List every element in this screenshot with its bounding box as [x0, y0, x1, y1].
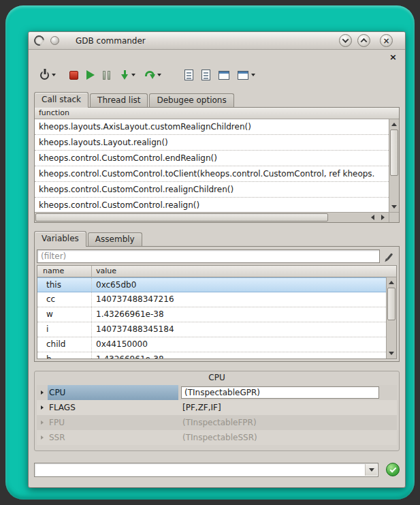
arrow-up-icon: [389, 281, 394, 284]
variable-row[interactable]: this 0xc65db0: [37, 277, 386, 292]
variable-name: i: [37, 322, 92, 337]
send-command-button[interactable]: [386, 463, 400, 476]
scroll-up-button[interactable]: [387, 278, 396, 287]
variable-row[interactable]: b 1.43266961e-38: [37, 352, 386, 358]
cpu-row-cpu[interactable]: CPU: [37, 385, 397, 400]
cpu-row-name: CPU: [48, 385, 178, 400]
expand-arrow-icon[interactable]: [37, 420, 48, 425]
call-stack-hscrollbar[interactable]: [35, 212, 389, 222]
step-over-button[interactable]: [143, 66, 163, 84]
call-stack-column-header[interactable]: function: [35, 108, 399, 119]
filter-row: [37, 249, 397, 264]
arrow-right-icon: [381, 215, 385, 220]
combo-dropdown-button[interactable]: [365, 464, 377, 476]
scroll-down-button[interactable]: [387, 349, 396, 358]
cpu-row-fpu[interactable]: FPU (TInspectableFPR): [37, 415, 397, 430]
column-header-value[interactable]: value: [92, 266, 396, 277]
call-stack-row[interactable]: kheops.layouts.AxisLayout.customRealignC…: [35, 119, 389, 135]
view-list-button[interactable]: [199, 66, 212, 84]
tab-variables[interactable]: Variables: [34, 231, 86, 247]
column-header-name[interactable]: name: [37, 266, 92, 277]
pause-button[interactable]: [101, 66, 112, 84]
call-stack-list: kheops.layouts.AxisLayout.customRealignC…: [35, 119, 389, 212]
scroll-left-button[interactable]: [368, 213, 378, 222]
variable-row[interactable]: i 140737488345184: [37, 322, 386, 337]
gdb-command-combobox[interactable]: [34, 463, 378, 477]
scrollbar-corner: [389, 212, 399, 222]
hscrollbar-thumb[interactable]: [35, 213, 328, 221]
stop-icon: [69, 71, 78, 80]
call-stack-row[interactable]: kheops.control.CustomControl.realign(): [35, 198, 389, 212]
chevron-up-icon: [361, 38, 368, 45]
scroll-right-button[interactable]: [378, 213, 388, 222]
curved-arrow-icon: [145, 71, 155, 76]
view-windows-button[interactable]: [236, 66, 257, 84]
variable-name: b: [37, 352, 92, 358]
filter-input[interactable]: [37, 249, 380, 263]
power-icon: [40, 71, 49, 80]
tab-assembly[interactable]: Assembly: [88, 232, 142, 246]
call-stack-vscrollbar[interactable]: [389, 119, 399, 212]
minimize-button[interactable]: [339, 34, 352, 47]
app-icon[interactable]: [32, 33, 46, 48]
arrow-left-icon: [371, 215, 374, 220]
cpu-row-value: [PF,ZF,IF]: [178, 400, 397, 415]
view-source-button[interactable]: [182, 66, 195, 84]
check-icon: [389, 465, 396, 472]
variables-table-header: name value: [37, 266, 396, 277]
document-icon: [184, 70, 193, 80]
arrow-up-icon: [391, 123, 397, 126]
arrow-down-icon: [389, 352, 394, 355]
window-menu-icon[interactable]: [50, 36, 59, 45]
cpu-row-name: FLAGS: [48, 400, 178, 415]
stop-button[interactable]: [67, 66, 80, 84]
variable-row[interactable]: child 0x44150000: [37, 337, 386, 352]
power-button[interactable]: [38, 66, 58, 84]
window-title: GDB commander: [76, 36, 146, 46]
close-button[interactable]: ×: [380, 34, 393, 47]
cpu-row-flags[interactable]: FLAGS [PF,ZF,IF]: [37, 400, 397, 415]
tab-debugee-options[interactable]: Debugee options: [149, 93, 233, 107]
arrow-down-icon: [391, 205, 397, 209]
view-watch-button[interactable]: [216, 66, 231, 84]
variable-row[interactable]: cc 140737488347216: [37, 292, 386, 307]
call-stack-panel: function kheops.layouts.AxisLayout.custo…: [34, 107, 400, 223]
vscrollbar-thumb[interactable]: [390, 129, 398, 176]
call-stack-row[interactable]: kheops.control.CustomControl.toClient(kh…: [35, 166, 389, 182]
call-stack-row[interactable]: kheops.layouts.Layout.realign(): [35, 135, 389, 151]
cpu-row-value: (TInspectableFPR): [178, 415, 397, 430]
pen-icon[interactable]: [382, 249, 397, 263]
titlebar[interactable]: GDB commander ×: [29, 32, 405, 50]
chevron-down-icon: [369, 468, 374, 472]
run-button[interactable]: [84, 66, 97, 84]
command-bar: [34, 462, 400, 477]
cpu-panel-title: CPU: [35, 373, 399, 382]
cpu-value-input[interactable]: [181, 386, 379, 399]
vscrollbar-thumb[interactable]: [387, 288, 395, 320]
gdb-command-input[interactable]: [36, 464, 363, 476]
cpu-panel: CPU CPU FLAGS [PF,ZF,IF] FPU (: [34, 371, 400, 451]
cpu-row-ssr[interactable]: SSR (TInspectableSSR): [37, 430, 397, 445]
dropdown-caret-icon: [131, 74, 135, 76]
window-frame-icon: [219, 71, 229, 80]
variables-rows: this 0xc65db0 cc 140737488347216 w 1.432…: [37, 277, 386, 358]
cpu-row-value: (TInspectableSSR): [178, 430, 397, 445]
call-stack-row[interactable]: kheops.control.CustomControl.endRealign(…: [35, 151, 389, 166]
variable-row[interactable]: w 1.43266961e-38: [37, 307, 386, 322]
toolbar: [38, 59, 400, 91]
tab-thread-list[interactable]: Thread list: [90, 93, 148, 107]
variable-name: child: [37, 337, 92, 352]
frame-bezel: GDB commander × ×: [5, 5, 415, 500]
step-in-button[interactable]: [119, 66, 138, 84]
maximize-button[interactable]: [357, 34, 370, 47]
expand-arrow-icon[interactable]: [37, 405, 48, 410]
scroll-up-button[interactable]: [389, 120, 399, 129]
variable-value: 140737488347216: [92, 292, 386, 307]
expand-arrow-icon[interactable]: [37, 435, 48, 440]
variables-vscrollbar[interactable]: [386, 277, 396, 358]
cpu-row-name: SSR: [48, 430, 178, 445]
scroll-down-button[interactable]: [389, 202, 399, 211]
tab-call-stack[interactable]: Call stack: [34, 92, 88, 108]
call-stack-row[interactable]: kheops.control.CustomControl.realignChil…: [35, 182, 389, 198]
expand-arrow-icon[interactable]: [37, 391, 48, 395]
